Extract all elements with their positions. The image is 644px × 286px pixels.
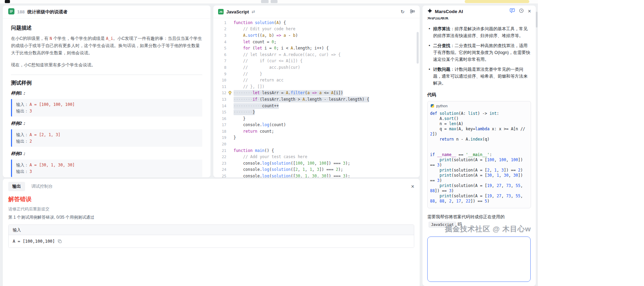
problem-body: 问题描述 在小C的班级里，有 N 个学生，每个学生的成绩是 A_i。小C发现了一…: [3, 19, 211, 177]
ai-close-icon[interactable]: ×: [528, 9, 531, 14]
editor-line: 2 // Edit your code here: [213, 26, 420, 33]
right-blank-area: [538, 0, 644, 286]
code-line: if __name__ == '__main__':: [430, 152, 529, 157]
code-text: // }: [234, 71, 262, 77]
editor-line: 7 // if (cur <= A[i]) {: [213, 58, 420, 65]
code-line: [430, 147, 529, 152]
history-icon[interactable]: [519, 8, 524, 14]
sample-io-label: 输入：: [16, 102, 29, 107]
watermark: 掘金技术社区 @ 木目心w: [445, 224, 531, 234]
sample-io-label: 输入：: [16, 132, 29, 137]
code-text: // Edit your code here: [234, 26, 295, 32]
line-number: 6: [213, 53, 226, 57]
code-line: print(solution(A = [19, 27, 73, 55, 88, …: [430, 194, 529, 204]
code-text: console.log(solution([2, 1, 1, 3]) === 2…: [234, 167, 343, 173]
ai-actions: ×: [510, 8, 531, 14]
sample-io-label: 输出：: [16, 139, 29, 144]
ai-chat-input[interactable]: [427, 236, 531, 282]
code-text: for (let i = 0; i < A.length; i++) {: [234, 45, 329, 51]
ai-followup-text: 需要我帮你将答案代码转成你正在使用的: [427, 214, 505, 219]
line-number: 24: [213, 167, 226, 172]
sample-title: 样例3：: [11, 151, 202, 157]
samples-list: 样例1：输入：A = [100, 100, 100]输出：3样例2：输入：A =…: [11, 90, 202, 177]
ai-bullet: 排序算法：排序是解决许多问题的基本工具，常见的排序算法有快速排序、归并排序、堆排…: [429, 25, 531, 39]
sample-io-label: 输出：: [16, 169, 29, 174]
code-text: // if (cur <= A[i]) {: [234, 58, 303, 64]
editor-actions: ↻: [400, 9, 415, 15]
code-line: q = max(A, key=lambda x: x >= A[n // 2]): [430, 126, 529, 137]
sample-title: 样例1：: [11, 90, 202, 96]
line-number: 8: [213, 65, 226, 70]
code-line: n = len(A): [430, 121, 529, 126]
ai-panel-scrollbar[interactable]: [536, 12, 538, 28]
sample-io-label: 输入：: [16, 163, 29, 167]
code-text: ········if·(lessArr.length·>·A.length·-·…: [234, 97, 369, 102]
editor-scrollbar[interactable]: [417, 32, 419, 64]
editor-line: 10 // return acc: [213, 77, 420, 84]
lightbulb-icon[interactable]: [226, 91, 234, 95]
line-number: 12: [213, 91, 226, 95]
code-line: return n - A.index(q): [430, 137, 529, 142]
editor-line: 13········if·(lessArr.length·>·A.length·…: [213, 96, 420, 103]
ai-code-heading: 代码: [422, 90, 536, 101]
editor-line: 4 let count = 0;: [213, 39, 420, 45]
ai-code-body: def solution(A: list) -> int: A.sort() n…: [428, 109, 531, 208]
description-heading: 问题描述: [11, 25, 202, 31]
editor-line: 11 // }, []): [213, 84, 420, 90]
input-section: 输入 A = [100,100,100]: [8, 224, 414, 248]
sample-title: 样例2：: [11, 121, 202, 126]
line-number: 4: [213, 40, 226, 44]
sample-io-value: 2: [30, 139, 32, 144]
code-text: }: [234, 135, 236, 141]
code-editor[interactable]: 1function solution(A) {2 // Edit your co…: [213, 18, 420, 177]
problem-id: 188: [17, 9, 25, 14]
code-text: ········let·lessArr·=·A.filter(a·=>·a·<=…: [234, 90, 343, 96]
sample-io-value: 3: [30, 109, 32, 113]
javascript-icon: JS: [218, 9, 224, 14]
code-text: console.log(count): [234, 122, 286, 128]
code-text: // acc.push(cur): [234, 65, 300, 70]
text-run: 个学生，每个学生的成绩是: [52, 36, 106, 41]
sample-io-value: A = [30, 1, 30, 30]: [30, 163, 75, 167]
editor-header: JS JavaScript ⇄ ↻: [213, 6, 420, 18]
line-number: 17: [213, 123, 226, 127]
code-text: function main() {: [234, 148, 274, 154]
editor-line: 22 // Add your test cases here: [213, 154, 420, 160]
sample-io-label: 输出：: [16, 109, 29, 113]
line-number: 18: [213, 129, 226, 134]
refresh-icon[interactable]: ↻: [400, 9, 405, 14]
editor-line: 20: [213, 141, 420, 147]
inline-code: A_i: [106, 36, 113, 41]
code-text: console.log(solution([30, 1, 30, 30]) ==…: [234, 173, 350, 177]
code-line: print(solution(A = [2, 1, 3]) == 2): [430, 168, 529, 173]
ai-code-card: python def solution(A: list) -> int: A.s…: [427, 101, 531, 208]
ai-bullet: 二分查找：二分查找是一种高效的查找算法，适用于有序数组。它的时间复杂度为 O(l…: [429, 42, 531, 63]
editor-line: 23 console.log(solution([100, 100, 100])…: [213, 160, 420, 167]
line-number: 1: [213, 21, 226, 25]
line-number: 22: [213, 155, 226, 159]
code-text: // let lessArr = A.reduce((acc, cur) => …: [234, 52, 341, 58]
editor-line: 14············count++: [213, 103, 420, 109]
console-close-icon[interactable]: ×: [411, 184, 414, 189]
top-strip-highlight: [465, 0, 529, 3]
tab-debug-console[interactable]: 调试控制台: [27, 182, 57, 191]
sample-block: 输入：A = [30, 1, 30, 30]输出：3: [11, 160, 202, 177]
code-language-label: python: [436, 104, 448, 108]
ai-bullet: 计数问题：计数问题是算法竞赛中常见的一类问题，通常可以通过排序、哈希表、前缀和等…: [429, 66, 531, 87]
line-number: 3: [213, 33, 226, 38]
divider: [11, 75, 202, 75]
code-text: // return acc: [234, 77, 283, 83]
language-swap-icon[interactable]: ⇄: [252, 9, 255, 14]
line-number: 7: [213, 59, 226, 63]
share-icon[interactable]: [410, 9, 415, 15]
code-text: A.sort((a, b) => a - b): [234, 33, 298, 38]
console-body: 解答错误 请修正代码后重新提交 第 1 个测试用例解答错误, 0/35 个用例测…: [3, 191, 420, 248]
copy-icon[interactable]: [58, 239, 62, 243]
problem-panel: 188 统计班级中的说谎者 问题描述 在小C的班级里，有 N 个学生，每个学生的…: [3, 6, 211, 177]
tab-output[interactable]: 输出: [8, 182, 25, 191]
input-section-header[interactable]: 输入: [9, 225, 414, 235]
editor-line: 18 return count;: [213, 128, 420, 135]
sample-io-value: 3: [30, 169, 32, 174]
chat-icon[interactable]: [510, 8, 515, 14]
code-text: ············count++: [234, 103, 279, 109]
